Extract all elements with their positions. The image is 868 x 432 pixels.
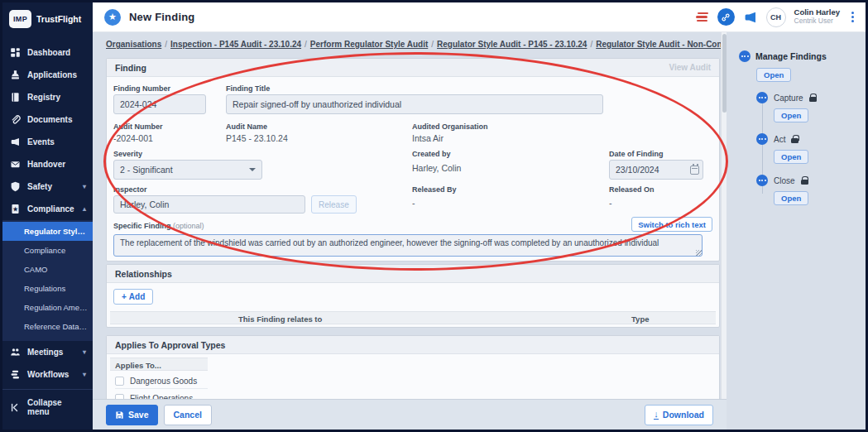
- collapse-menu-button[interactable]: Collapse menu: [2, 390, 93, 425]
- audit-number-label: Audit Number: [113, 122, 163, 131]
- audit-name-label: Audit Name: [226, 122, 267, 131]
- sidebar-item-safety[interactable]: Safety ▾: [2, 175, 93, 198]
- audited-organisation-label: Audited Organisation: [412, 122, 488, 131]
- finding-number-input[interactable]: [113, 94, 206, 114]
- sidebar: IMP TrustFlight Dashboard Applications R…: [2, 2, 93, 430]
- sidebar-item-registry[interactable]: Registry: [2, 86, 93, 108]
- workflow-ellipsis-icon: [756, 175, 768, 186]
- applies-column-header: Applies To...: [110, 358, 208, 371]
- workflow-step-close: Close Open: [756, 175, 866, 205]
- new-finding-star-icon: ★: [104, 9, 121, 26]
- sidebar-item-handover[interactable]: Handover: [2, 153, 93, 175]
- chevron-down-icon: ▾: [83, 183, 86, 190]
- sidebar-nav: Dashboard Applications Registry Document…: [2, 41, 93, 386]
- download-button[interactable]: ↓ Download: [645, 405, 713, 425]
- avatar[interactable]: CH: [766, 7, 786, 27]
- chevron-down-icon: ▾: [83, 348, 86, 356]
- finding-title-input[interactable]: [226, 94, 603, 114]
- relationships-section-title: Relationships: [115, 269, 172, 279]
- sidebar-item-label: Meetings: [27, 348, 63, 357]
- release-button[interactable]: Release: [311, 195, 357, 214]
- star-document-icon: ★: [9, 204, 21, 215]
- inspector-input[interactable]: [113, 195, 305, 214]
- sidebar-item-label: Applications: [27, 70, 77, 79]
- step-label: Capture: [774, 94, 803, 103]
- compliance-submenu: Regulator Style Audits Compliance CAMO R…: [2, 220, 93, 341]
- sidebar-item-regulations[interactable]: Regulations: [2, 279, 93, 298]
- vertical-scrollbar[interactable]: [721, 32, 727, 430]
- released-by-label: Released By: [412, 185, 457, 194]
- cancel-button[interactable]: Cancel: [164, 405, 212, 425]
- page-title: New Finding: [129, 11, 194, 23]
- sidebar-item-compliance-sub[interactable]: Compliance: [2, 241, 93, 260]
- sidebar-item-applications[interactable]: Applications: [2, 64, 93, 86]
- act-open-button[interactable]: Open: [774, 150, 808, 164]
- top-header: ★ New Finding CH Colin Harley Centrik Us…: [93, 2, 866, 32]
- user-info[interactable]: Colin Harley Centrik User: [794, 8, 840, 26]
- sidebar-item-label: Documents: [27, 115, 72, 124]
- checkbox-row-dangerous-goods[interactable]: Dangerous Goods: [115, 374, 208, 389]
- breadcrumb-link[interactable]: Inspection - P145 Audit - 23.10.24: [170, 40, 301, 49]
- released-on-value: -: [609, 198, 612, 208]
- link-icon[interactable]: [717, 8, 735, 26]
- textarea-resize-handle[interactable]: [696, 250, 702, 256]
- sidebar-item-reference-data[interactable]: Reference Data & Ana...: [2, 317, 93, 336]
- column-type: Type: [631, 314, 649, 324]
- save-button[interactable]: Save: [106, 405, 158, 425]
- sidebar-item-label: Workflows: [27, 370, 69, 379]
- main-content: Organisations/Inspection - P145 Audit - …: [93, 32, 727, 430]
- floppy-icon: [115, 410, 124, 420]
- brand-logo[interactable]: IMP TrustFlight: [2, 2, 93, 36]
- close-open-button[interactable]: Open: [774, 191, 808, 205]
- svg-text:★: ★: [12, 206, 18, 212]
- sidebar-item-documents[interactable]: Documents: [2, 108, 93, 131]
- specific-finding-label: Specific Finding (optional): [113, 222, 204, 230]
- notifications-icon[interactable]: [696, 12, 709, 22]
- brand-name: TrustFlight: [36, 14, 81, 24]
- workflow-icon: [9, 369, 21, 381]
- scrollbar-thumb[interactable]: [722, 34, 727, 113]
- manage-findings-open-button[interactable]: Open: [756, 68, 791, 82]
- applies-panel-header: Applies To Approval Types: [107, 336, 719, 354]
- kebab-menu-icon[interactable]: [848, 10, 857, 24]
- envelope-icon: [9, 159, 21, 170]
- severity-value: 2 - Significant: [120, 165, 173, 175]
- workflow-ellipsis-icon: [756, 92, 768, 103]
- sidebar-item-regulator-style-audits[interactable]: Regulator Style Audits: [2, 222, 93, 241]
- sidebar-item-camo[interactable]: CAMO: [2, 260, 93, 279]
- breadcrumb: Organisations/Inspection - P145 Audit - …: [106, 40, 718, 49]
- created-by-value: Harley, Colin: [412, 163, 461, 173]
- chevron-up-icon: ▴: [83, 205, 86, 213]
- manage-findings-panel: Manage Findings Open Capture Open Act: [734, 32, 866, 430]
- announcement-icon[interactable]: [743, 10, 758, 25]
- calendar-icon[interactable]: [690, 166, 699, 175]
- breadcrumb-link[interactable]: Regulator Style Audit - P145 - 23.10.24: [437, 40, 587, 49]
- add-relationship-button[interactable]: + Add: [113, 289, 153, 305]
- sidebar-item-workflows[interactable]: Workflows ▾: [2, 363, 93, 386]
- breadcrumb-link[interactable]: Regulator Style Audit - Non-Conformances…: [596, 40, 727, 49]
- app-window: IMP TrustFlight Dashboard Applications R…: [0, 0, 868, 432]
- sidebar-item-regulation-amendments[interactable]: Regulation Amendments: [2, 298, 93, 317]
- breadcrumb-link[interactable]: Organisations: [106, 40, 161, 49]
- finding-section-title: Finding: [115, 63, 146, 73]
- checkbox[interactable]: [115, 377, 124, 386]
- column-relates-to: This Finding relates to: [238, 314, 322, 324]
- sidebar-item-events[interactable]: Events: [2, 131, 93, 153]
- severity-select[interactable]: 2 - Significant: [113, 160, 262, 180]
- specific-finding-textarea[interactable]: The replacement of the windshield was ca…: [113, 234, 703, 257]
- date-of-finding-input[interactable]: [609, 160, 703, 180]
- sidebar-item-dashboard[interactable]: Dashboard: [2, 41, 93, 64]
- sidebar-item-compliance[interactable]: ★ Compliance ▴: [2, 198, 93, 220]
- capture-open-button[interactable]: Open: [774, 108, 808, 122]
- switch-to-rich-text-button[interactable]: Switch to rich text: [631, 217, 712, 232]
- lock-icon: [791, 135, 798, 143]
- sidebar-item-meetings[interactable]: Meetings ▾: [2, 341, 93, 363]
- view-audit-link[interactable]: View Audit: [669, 63, 711, 72]
- created-by-label: Created by: [412, 150, 451, 158]
- released-by-value: -: [412, 198, 415, 208]
- centrik-logo: Centrik: [2, 425, 93, 432]
- audited-organisation-value: Intsa Air: [412, 133, 444, 143]
- breadcrumb-link[interactable]: Perform Regulator Style Audit: [310, 40, 428, 49]
- footer-action-bar: Save Cancel ↓ Download: [93, 399, 727, 430]
- book-icon: [9, 92, 21, 103]
